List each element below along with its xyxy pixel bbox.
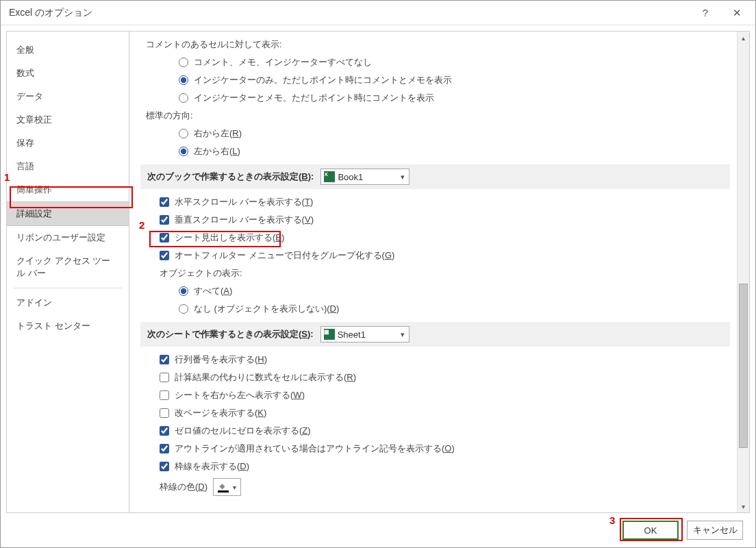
sidebar-item-save[interactable]: 保存 — [7, 132, 129, 155]
check-rtl-sheet[interactable]: シートを右から左へ表示する(W) — [140, 386, 730, 404]
check-sheet-tabs[interactable]: シート見出しを表示する(B) — [140, 229, 730, 247]
help-button[interactable]: ? — [690, 1, 721, 25]
checkbox-autofilter[interactable] — [160, 251, 169, 260]
sidebar-separator — [14, 288, 122, 288]
ok-button[interactable]: OK — [622, 521, 679, 540]
category-sidebar: 全般 数式 データ 文章校正 保存 言語 簡単操作 詳細設定 リボンのユーザー設… — [6, 31, 129, 513]
check-vscroll[interactable]: 垂直スクロール バーを表示する(V) — [140, 211, 730, 229]
checkbox-hscroll[interactable] — [160, 197, 169, 207]
check-zero[interactable]: ゼロ値のセルにゼロを表示する(Z) — [140, 422, 730, 440]
scroll-up-icon[interactable]: ▴ — [738, 32, 749, 44]
checkbox-sheet-tabs[interactable] — [160, 233, 169, 242]
checkbox-gridlines[interactable] — [160, 462, 169, 471]
sidebar-item-addins[interactable]: アドイン — [7, 291, 129, 314]
scroll-down-icon[interactable]: ▾ — [738, 500, 749, 512]
check-pagebreak[interactable]: 改ページを表示する(K) — [140, 404, 730, 422]
radio-comment-indicator[interactable] — [179, 75, 188, 85]
direction-rtl[interactable]: 右から左(R) — [140, 125, 730, 142]
gridline-color-row: 枠線の色(D) ▾ — [140, 475, 730, 499]
checkbox-vscroll[interactable] — [160, 215, 169, 225]
gridline-color-picker[interactable]: ▾ — [213, 478, 241, 496]
check-autofilter-group[interactable]: オートフィルター メニューで日付をグループ化する(G) — [140, 247, 730, 264]
close-button[interactable]: ✕ — [721, 1, 753, 25]
sidebar-item-general[interactable]: 全般 — [7, 38, 129, 62]
sidebar-item-trust[interactable]: トラスト センター — [7, 314, 129, 338]
direction-ltr[interactable]: 左から右(L) — [140, 142, 730, 160]
check-hscroll[interactable]: 水平スクロール バーを表示する(T) — [140, 193, 730, 211]
sidebar-item-language[interactable]: 言語 — [7, 155, 129, 178]
vertical-scrollbar[interactable]: ▴ ▾ — [737, 32, 749, 512]
scroll-thumb[interactable] — [739, 284, 748, 448]
radio-objects-all[interactable] — [179, 286, 188, 296]
comment-display-heading: コメントのあるセルに対して表示: — [140, 36, 730, 53]
excel-sheet-icon: ▦ — [324, 329, 335, 340]
check-outline[interactable]: アウトラインが適用されている場合はアウトライン記号を表示する(O) — [140, 440, 730, 458]
sheet-display-section: 次のシートで作業するときの表示設定(S): ▦Sheet1 — [140, 322, 730, 347]
checkbox-zero[interactable] — [160, 426, 169, 436]
sidebar-item-proofing[interactable]: 文章校正 — [7, 108, 129, 132]
objects-none[interactable]: なし (オブジェクトを表示しない)(D) — [140, 300, 730, 318]
sidebar-item-ease[interactable]: 簡単操作 — [7, 178, 129, 201]
comment-opt-none[interactable]: コメント、メモ、インジケーターすべてなし — [140, 53, 730, 71]
radio-dir-ltr[interactable] — [179, 147, 188, 156]
objects-heading: オブジェクトの表示: — [140, 264, 730, 282]
sidebar-item-advanced[interactable]: 詳細設定 — [7, 201, 129, 226]
sidebar-item-data[interactable]: データ — [7, 85, 129, 108]
check-formulas[interactable]: 計算結果の代わりに数式をセルに表示する(R) — [140, 369, 730, 386]
checkbox-formulas[interactable] — [160, 373, 169, 382]
options-panel: コメントのあるセルに対して表示: コメント、メモ、インジケーターすべてなし イン… — [129, 32, 737, 512]
sidebar-item-ribbon[interactable]: リボンのユーザー設定 — [7, 226, 129, 249]
paint-bucket-icon — [218, 482, 229, 493]
checkbox-pagebreak[interactable] — [160, 408, 169, 418]
sidebar-item-qat[interactable]: クイック アクセス ツール バー — [7, 249, 129, 285]
direction-heading: 標準の方向: — [140, 107, 730, 125]
radio-objects-none[interactable] — [179, 304, 188, 314]
check-gridlines[interactable]: 枠線を表示する(D) — [140, 458, 730, 475]
checkbox-headers[interactable] — [160, 355, 169, 364]
radio-comment-none[interactable] — [179, 58, 188, 67]
excel-file-icon: X — [324, 171, 335, 182]
cancel-button[interactable]: キャンセル — [687, 521, 743, 540]
checkbox-outline[interactable] — [160, 444, 169, 453]
sheet-selector[interactable]: ▦Sheet1 — [320, 326, 410, 342]
sidebar-item-formulas[interactable]: 数式 — [7, 62, 129, 85]
scroll-track[interactable] — [738, 44, 749, 500]
book-selector[interactable]: XBook1 — [320, 169, 410, 185]
objects-all[interactable]: すべて(A) — [140, 282, 730, 300]
title-bar: Excel のオプション ? ✕ — [1, 1, 755, 25]
dialog-title: Excel のオプション — [9, 7, 690, 19]
dropdown-caret-icon: ▾ — [233, 484, 236, 491]
check-headers[interactable]: 行列番号を表示する(H) — [140, 351, 730, 369]
comment-opt-memo[interactable]: インジケーターとメモ。ただしポイント時にコメントを表示 — [140, 89, 730, 107]
dialog-footer: OK キャンセル — [1, 513, 755, 547]
checkbox-rtl-sheet[interactable] — [160, 390, 169, 400]
comment-opt-indicator[interactable]: インジケーターのみ。ただしポイント時にコメントとメモを表示 — [140, 71, 730, 89]
radio-dir-rtl[interactable] — [179, 129, 188, 138]
book-display-section: 次のブックで作業するときの表示設定(B): XBook1 — [140, 164, 730, 189]
radio-comment-memo[interactable] — [179, 93, 188, 103]
